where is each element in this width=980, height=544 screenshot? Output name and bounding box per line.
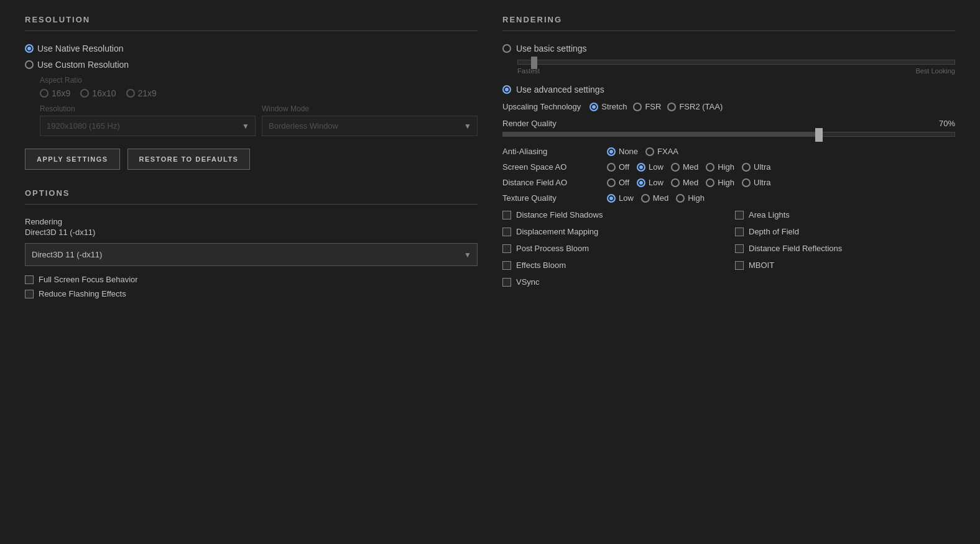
window-mode-dropdown-wrapper: Borderless Window ▼	[262, 116, 478, 136]
mboit-checkbox[interactable]	[735, 261, 744, 270]
rendering-title: RENDERING	[502, 15, 955, 24]
displacement-mapping-checkbox[interactable]	[502, 228, 511, 236]
advanced-settings-radio[interactable]	[502, 85, 511, 94]
dfao-ultra-radio[interactable]	[742, 178, 751, 187]
resolution-title: RESOLUTION	[25, 15, 478, 24]
anti-aliasing-label: Anti-Aliasing	[502, 147, 602, 156]
dfao-med-option[interactable]: Med	[671, 178, 698, 187]
directx-select[interactable]: Direct3D 11 (-dx11) Direct3D 12 Vulkan	[25, 243, 478, 266]
ssao-ultra-radio[interactable]	[742, 163, 751, 172]
texture-quality-row: Texture Quality Low Med High	[502, 193, 955, 203]
action-buttons: APPLY SETTINGS RESTORE TO DEFAULTS	[25, 149, 478, 170]
distance-field-shadows-checkbox[interactable]	[502, 211, 511, 219]
screen-space-ao-label: Screen Space AO	[502, 162, 602, 172]
resolution-dropdown-label: Resolution	[40, 104, 256, 113]
native-resolution-option[interactable]: Use Native Resolution	[25, 44, 124, 53]
ssao-high-option[interactable]: High	[706, 162, 734, 172]
checkbox-area-lights: Area Lights	[735, 210, 955, 219]
area-lights-checkbox[interactable]	[735, 211, 744, 219]
window-mode-select[interactable]: Borderless Window	[262, 116, 478, 136]
tq-low-option[interactable]: Low	[607, 193, 634, 203]
slider-best-label: Best Looking	[915, 67, 955, 75]
basic-settings-option[interactable]: Use basic settings	[502, 44, 587, 53]
effects-bloom-checkbox[interactable]	[502, 261, 511, 270]
basic-settings-radio[interactable]	[502, 44, 511, 53]
dfao-off-radio[interactable]	[607, 178, 616, 187]
aspect-ratio-16x9[interactable]: 16x9	[40, 88, 70, 98]
rendering-section: RENDERING Use basic settings Fastest Bes…	[502, 15, 955, 303]
directx-dropdown-wrapper: Direct3D 11 (-dx11) Direct3D 12 Vulkan ▼	[25, 243, 478, 266]
distance-field-reflections-label: Distance Field Reflections	[749, 244, 842, 253]
tq-high-radio[interactable]	[676, 194, 685, 203]
aspect-ratio-21x9-radio[interactable]	[126, 89, 135, 98]
checkbox-displacement-mapping: Displacement Mapping	[502, 227, 723, 236]
dfao-off-option[interactable]: Off	[607, 178, 629, 187]
post-process-bloom-checkbox[interactable]	[502, 244, 511, 253]
options-section: OPTIONS Rendering Direct3D 11 (-dx11) Di…	[25, 188, 478, 298]
apply-settings-button[interactable]: APPLY SETTINGS	[25, 149, 120, 170]
aspect-ratio-16x9-radio[interactable]	[40, 89, 49, 98]
resolution-select[interactable]: 1920x1080 (165 Hz)	[40, 116, 256, 136]
ssao-high-radio[interactable]	[706, 163, 714, 172]
upscaling-fsr-option[interactable]: FSR	[633, 102, 661, 111]
full-screen-focus-label: Full Screen Focus Behavior	[39, 275, 138, 284]
ssao-off-radio[interactable]	[607, 163, 616, 172]
distance-field-reflections-checkbox[interactable]	[735, 244, 744, 253]
tq-med-radio[interactable]	[641, 194, 650, 203]
options-directx-label: Direct3D 11 (-dx11)	[25, 228, 478, 237]
rendering-checkboxes: Distance Field Shadows Area Lights Displ…	[502, 210, 955, 292]
upscaling-fsr2-radio[interactable]	[667, 103, 676, 111]
dfao-low-radio[interactable]	[637, 178, 645, 187]
basic-settings-label: Use basic settings	[516, 44, 587, 53]
native-resolution-radio[interactable]	[25, 44, 34, 53]
tq-high-option[interactable]: High	[676, 193, 705, 203]
dfao-med-radio[interactable]	[671, 178, 680, 187]
ssao-med-radio[interactable]	[671, 163, 680, 172]
depth-of-field-checkbox[interactable]	[735, 228, 744, 236]
dfao-high-option[interactable]: High	[706, 178, 734, 187]
aspect-ratio-16x10[interactable]: 16x10	[80, 88, 116, 98]
advanced-settings-option[interactable]: Use advanced settings	[502, 85, 604, 95]
dfao-low-option[interactable]: Low	[637, 178, 663, 187]
upscaling-fsr-radio[interactable]	[633, 103, 642, 111]
resolution-section: RESOLUTION Use Native Resolution Use Cus…	[25, 15, 478, 170]
mboit-label: MBOIT	[749, 260, 774, 270]
render-quality-label: Render Quality	[502, 119, 557, 128]
dfao-ultra-option[interactable]: Ultra	[742, 178, 770, 187]
options-rendering-label: Rendering	[25, 217, 478, 226]
aspect-ratio-21x9[interactable]: 21x9	[126, 88, 157, 98]
upscaling-stretch-radio[interactable]	[589, 103, 598, 111]
vsync-label: VSync	[516, 277, 540, 287]
checkbox-mboit: MBOIT	[735, 260, 955, 270]
displacement-mapping-label: Displacement Mapping	[516, 227, 598, 236]
ssao-off-option[interactable]: Off	[607, 162, 629, 172]
custom-resolution-radio[interactable]	[25, 60, 34, 69]
upscaling-fsr2-option[interactable]: FSR2 (TAA)	[667, 102, 723, 111]
tq-low-radio[interactable]	[607, 194, 616, 203]
ssao-low-option[interactable]: Low	[637, 162, 663, 172]
aa-fxaa-radio[interactable]	[645, 147, 654, 156]
restore-defaults-button[interactable]: RESTORE TO DEFAULTS	[127, 149, 251, 170]
vsync-checkbox[interactable]	[502, 278, 511, 287]
aa-none-radio[interactable]	[607, 147, 616, 156]
full-screen-focus-checkbox[interactable]	[25, 275, 34, 284]
basic-settings-slider-container: Fastest Best Looking	[517, 60, 955, 75]
window-mode-label: Window Mode	[262, 104, 478, 113]
dfao-high-radio[interactable]	[706, 178, 714, 187]
aa-none-option[interactable]: None	[607, 147, 638, 156]
reduce-flashing-checkbox[interactable]	[25, 290, 34, 298]
effects-bloom-label: Effects Bloom	[516, 260, 566, 270]
upscaling-row: Upscaling Technology Stretch FSR FSR2 (T…	[502, 102, 955, 111]
ssao-med-option[interactable]: Med	[671, 162, 698, 172]
render-quality-row: Render Quality 70%	[502, 119, 955, 137]
aa-fxaa-option[interactable]: FXAA	[645, 147, 678, 156]
resolution-dropdown-wrapper: 1920x1080 (165 Hz) ▼	[40, 116, 256, 136]
ssao-ultra-option[interactable]: Ultra	[742, 162, 770, 172]
depth-of-field-label: Depth of Field	[749, 227, 799, 236]
tq-med-option[interactable]: Med	[641, 193, 668, 203]
ssao-low-radio[interactable]	[637, 163, 645, 172]
aspect-ratio-16x10-radio[interactable]	[80, 89, 89, 98]
upscaling-stretch-option[interactable]: Stretch	[589, 102, 627, 111]
custom-resolution-option[interactable]: Use Custom Resolution	[25, 60, 129, 70]
checkbox-effects-bloom: Effects Bloom	[502, 260, 723, 270]
